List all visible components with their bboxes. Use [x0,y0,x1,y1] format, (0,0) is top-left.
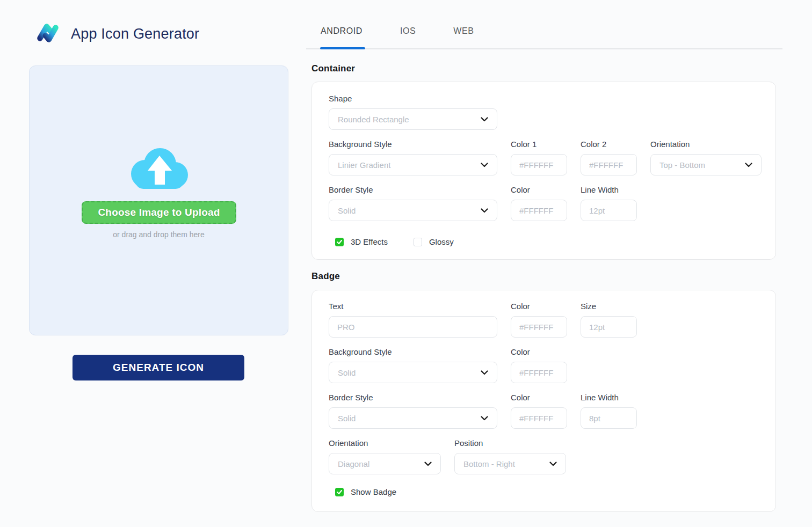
app-logo-icon [34,19,61,48]
line-width-field: Line Width [581,185,637,221]
chevron-down-icon [481,163,488,167]
checkbox-icon[interactable] [335,488,344,496]
check-icon [337,240,342,244]
effects-3d-checkbox[interactable]: 3D Effects [329,237,388,246]
color2-field: Color 2 [581,140,637,175]
badge-border-color-field: Color [511,393,567,429]
badge-bg-style-field: Background Style Solid [329,347,497,383]
badge-border-row: Border Style Solid Color Line Width [329,393,775,429]
badge-border-style-value: Solid [338,414,356,423]
badge-bg-color-input[interactable] [511,362,567,383]
badge-border-color-label: Color [511,393,567,402]
tab-ios[interactable]: IOS [400,26,416,36]
badge-background-row: Background Style Solid Color [329,347,775,383]
orientation-select[interactable]: Top - Bottom [650,154,762,175]
badge-bg-style-value: Solid [338,368,356,377]
badge-border-color-input[interactable] [511,407,567,429]
choose-image-button[interactable]: Choose Image to Upload [82,201,236,224]
badge-position-label: Position [454,438,566,448]
effects-row: 3D Effects Glossy [329,237,775,246]
badge-bg-color-field: Color [511,347,567,383]
badge-size-label: Size [581,302,637,311]
border-color-input[interactable] [511,200,567,221]
orientation-field: Orientation Top - Bottom [650,140,762,175]
badge-size-input[interactable] [581,316,637,338]
shape-label: Shape [329,94,497,103]
border-style-label: Border Style [329,185,497,194]
badge-border-style-select[interactable]: Solid [329,407,497,429]
checkbox-icon[interactable] [335,238,344,246]
badge-text-row: Text Color Size [329,302,775,338]
chevron-down-icon [481,208,488,213]
chevron-down-icon [481,370,488,375]
badge-bg-style-select[interactable]: Solid [329,362,497,383]
shape-select-value: Rounded Rectangle [338,115,409,124]
shape-row: Shape Rounded Rectangle [329,94,775,130]
badge-text-input[interactable] [329,316,497,338]
glossy-checkbox[interactable]: Glossy [407,237,454,246]
border-color-label: Color [511,185,567,194]
chevron-down-icon [745,163,752,167]
badge-text-color-field: Color [511,302,567,338]
badge-bg-color-label: Color [511,347,567,356]
show-badge-label: Show Badge [351,487,396,496]
container-section-title: Container [311,63,355,74]
app-icon-generator-page: App Icon Generator ANDROID IOS WEB Choos… [0,0,812,527]
badge-line-width-input[interactable] [581,407,637,429]
background-style-select[interactable]: Linier Gradient [329,154,497,175]
chevron-down-icon [481,117,488,122]
orientation-label: Orientation [650,140,762,149]
background-style-field: Background Style Linier Gradient [329,140,497,175]
line-width-input[interactable] [581,200,637,221]
badge-orientation-select[interactable]: Diagonal [329,453,441,474]
badge-line-width-label: Line Width [581,393,637,402]
shape-select[interactable]: Rounded Rectangle [329,108,497,130]
color1-field: Color 1 [511,140,567,175]
border-style-select[interactable]: Solid [329,200,497,221]
badge-text-field: Text [329,302,497,338]
background-style-value: Linier Gradient [338,160,390,170]
border-style-field: Border Style Solid [329,185,497,221]
background-row: Background Style Linier Gradient Color 1… [329,140,775,175]
tab-android[interactable]: ANDROID [321,26,363,36]
color2-label: Color 2 [581,140,637,149]
badge-border-style-field: Border Style Solid [329,393,497,429]
tabs-divider [306,48,782,49]
generate-icon-button[interactable]: GENERATE ICON [73,355,244,380]
badge-section-title: Badge [311,271,340,282]
glossy-label: Glossy [429,237,454,246]
shape-field: Shape Rounded Rectangle [329,94,497,130]
effects-3d-label: 3D Effects [351,237,388,246]
container-settings-card: Shape Rounded Rectangle Background Style… [311,82,776,260]
color1-label: Color 1 [511,140,567,149]
chevron-down-icon [481,416,488,421]
color1-input[interactable] [511,154,567,175]
tab-web[interactable]: WEB [453,26,474,36]
badge-position-select[interactable]: Bottom - Right [454,453,566,474]
show-badge-row: Show Badge [329,487,775,496]
badge-line-width-field: Line Width [581,393,637,429]
border-style-value: Solid [338,206,356,215]
badge-position-field: Position Bottom - Right [454,438,566,474]
badge-text-label: Text [329,302,497,311]
color2-input[interactable] [581,154,637,175]
drag-drop-hint: or drag and drop them here [30,230,288,239]
badge-placement-row: Orientation Diagonal Position Bottom - R… [329,438,775,474]
line-width-label: Line Width [581,185,637,194]
chevron-down-icon [424,462,432,466]
border-color-field: Color [511,185,567,221]
badge-orientation-value: Diagonal [338,459,369,469]
badge-orientation-field: Orientation Diagonal [329,438,441,474]
badge-text-color-input[interactable] [511,316,567,338]
image-drop-zone[interactable]: Choose Image to Upload or drag and drop … [29,65,288,335]
badge-text-color-label: Color [511,302,567,311]
checkbox-icon[interactable] [414,238,422,246]
badge-size-field: Size [581,302,637,338]
badge-position-value: Bottom - Right [463,459,515,469]
background-style-label: Background Style [329,140,497,149]
badge-orientation-label: Orientation [329,438,441,448]
chevron-down-icon [549,462,557,466]
show-badge-checkbox[interactable]: Show Badge [329,487,396,496]
badge-settings-card: Text Color Size Background Style Solid [311,290,776,512]
border-row: Border Style Solid Color Line Width [329,185,775,221]
